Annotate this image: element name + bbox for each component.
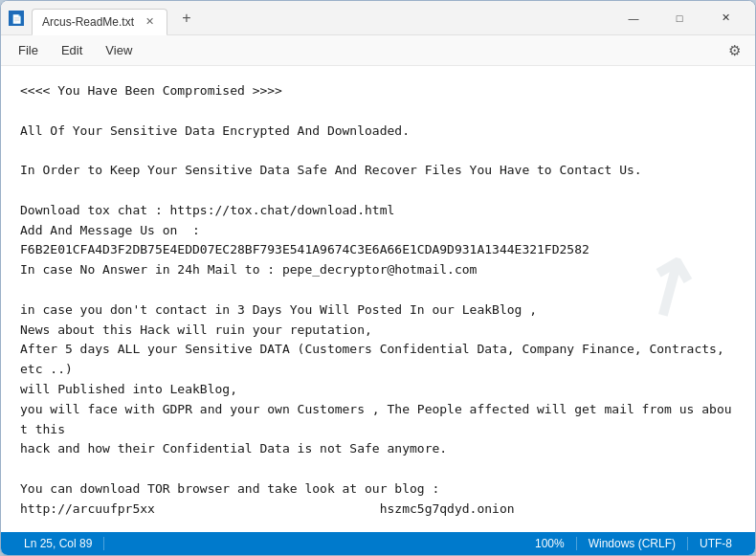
menu-edit[interactable]: Edit	[52, 39, 92, 61]
text-content-area[interactable]: ↗ <<<< You Have Been Compromised >>>> Al…	[1, 66, 755, 532]
tab-label: Arcus-ReadMe.txt	[42, 15, 134, 29]
close-button[interactable]: ✕	[703, 3, 747, 33]
title-bar-left: 📄 Arcus-ReadMe.txt ✕ +	[9, 5, 611, 32]
menu-view[interactable]: View	[96, 39, 142, 61]
settings-icon[interactable]: ⚙	[721, 37, 747, 64]
line-ending: Windows (CRLF)	[577, 537, 688, 550]
window-controls: — □ ✕	[611, 3, 747, 33]
svg-text:📄: 📄	[11, 13, 23, 25]
tab-close-button[interactable]: ✕	[142, 14, 157, 30]
title-bar: 📄 Arcus-ReadMe.txt ✕ + — □ ✕	[1, 1, 755, 35]
app-icon: 📄	[9, 11, 24, 26]
menu-file[interactable]: File	[9, 39, 48, 61]
minimize-button[interactable]: —	[611, 3, 656, 33]
cursor-position: Ln 25, Col 89	[12, 537, 104, 550]
encoding: UTF-8	[688, 537, 744, 550]
new-tab-button[interactable]: +	[175, 7, 198, 30]
file-content: <<<< You Have Been Compromised >>>> All …	[20, 81, 736, 532]
main-window: 📄 Arcus-ReadMe.txt ✕ + — □ ✕ File Edit V…	[0, 0, 756, 556]
menu-items: File Edit View	[9, 39, 142, 61]
menu-bar: File Edit View ⚙	[1, 35, 755, 66]
zoom-level: 100%	[523, 537, 577, 550]
status-bar: Ln 25, Col 89 100% Windows (CRLF) UTF-8	[1, 532, 755, 555]
maximize-button[interactable]: □	[657, 3, 701, 33]
active-tab[interactable]: Arcus-ReadMe.txt ✕	[32, 9, 167, 35]
